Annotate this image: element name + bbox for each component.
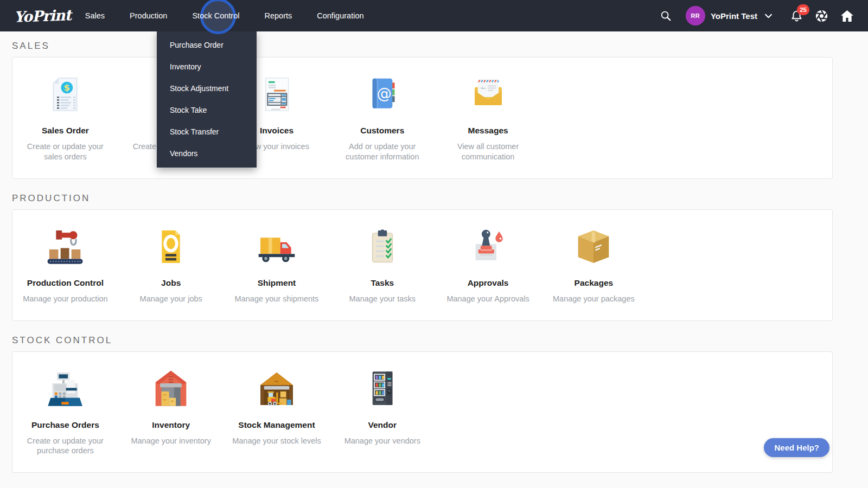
card-customers[interactable]: @CustomersAdd or update your customer in…: [329, 73, 435, 162]
card-description: Manage your tasks: [349, 294, 416, 304]
packages-icon: [567, 225, 620, 268]
chevron-down-icon[interactable]: [765, 11, 772, 21]
card-label: Purchase Orders: [31, 420, 99, 430]
menu-item-vendors[interactable]: Vendors: [157, 143, 257, 164]
section-title: PRODUCTION: [12, 193, 833, 204]
nav-item-configuration[interactable]: Configuration: [317, 6, 363, 25]
stock-control-menu: Purchase OrderInventoryStock AdjustmentS…: [157, 31, 257, 168]
card-description: Manage your inventory: [131, 436, 211, 446]
card-packages[interactable]: PackagesManage your packages: [541, 225, 647, 304]
jobs-icon: [145, 225, 197, 268]
card-description: Create or update your sales orders: [20, 142, 110, 162]
nav-item-sales[interactable]: Sales: [85, 6, 105, 25]
section-panel: Production ControlManage your production…: [12, 209, 833, 321]
customers-icon: @: [356, 73, 409, 116]
yoprint-logo[interactable]: YoPrint: [14, 7, 71, 25]
main-content: SALES$Sales OrderCreate or update your s…: [12, 41, 833, 488]
card-description: Create or update your purchase orders: [20, 436, 110, 457]
card-label: Messages: [468, 126, 508, 136]
card-label: Vendor: [368, 420, 397, 430]
section-stock-control: STOCK CONTROLPurchase OrdersCreate or up…: [12, 335, 833, 473]
card-label: Tasks: [371, 278, 394, 288]
card-shipment[interactable]: ShipmentManage your shipments: [224, 225, 330, 304]
stock-management-icon: [251, 367, 303, 410]
card-description: Manage your production: [23, 294, 107, 304]
menu-item-inventory[interactable]: Inventory: [157, 56, 257, 78]
invoices-icon: [251, 73, 303, 116]
card-description: Manage your vendors: [344, 436, 420, 446]
section-panel: Purchase OrdersCreate or update your pur…: [12, 351, 833, 473]
card-purchase-orders[interactable]: Purchase OrdersCreate or update your pur…: [12, 367, 118, 457]
svg-text:@: @: [376, 85, 392, 102]
navbar-right: RR YoPrint Test 25: [660, 6, 854, 25]
home-icon[interactable]: [840, 10, 854, 22]
card-production-control[interactable]: Production ControlManage your production: [12, 225, 118, 304]
inventory-icon: [145, 367, 197, 410]
card-inventory[interactable]: InventoryManage your inventory: [118, 367, 224, 457]
messages-icon: [462, 73, 514, 116]
card-label: Invoices: [260, 126, 293, 136]
card-description: Manage your packages: [553, 294, 635, 304]
search-icon[interactable]: [660, 10, 672, 22]
approvals-icon: [462, 225, 514, 268]
card-label: Approvals: [468, 278, 509, 288]
card-description: Manage your jobs: [140, 294, 202, 304]
user-menu[interactable]: RR YoPrint Test: [686, 6, 772, 25]
user-name: YoPrint Test: [711, 11, 757, 21]
card-label: Jobs: [161, 278, 181, 288]
avatar[interactable]: RR: [686, 6, 705, 25]
nav-items: SalesProductionStock ControlReportsConfi…: [85, 6, 389, 25]
section-production: PRODUCTIONProduction ControlManage your …: [12, 193, 833, 321]
section-sales: SALES$Sales OrderCreate or update your s…: [12, 41, 833, 179]
menu-item-stock-adjustment[interactable]: Stock Adjustment: [157, 78, 257, 99]
purchase-orders-icon: [39, 367, 91, 410]
card-label: Sales Order: [42, 126, 89, 136]
card-label: Production Control: [27, 278, 104, 288]
card-stock-management[interactable]: Stock ManagementManage your stock levels: [224, 367, 330, 457]
aperture-icon[interactable]: [815, 9, 828, 23]
svg-text:$: $: [64, 82, 71, 93]
notification-badge: 25: [797, 4, 809, 15]
card-label: Packages: [575, 278, 614, 288]
vendor-icon: [356, 367, 409, 410]
card-sales-order[interactable]: $Sales OrderCreate or update your sales …: [12, 73, 118, 162]
sales-order-icon: $: [39, 73, 91, 116]
top-navbar: YoPrint SalesProductionStock ControlRepo…: [0, 0, 868, 31]
card-description: Add or update your customer information: [337, 142, 427, 162]
nav-item-stock-control[interactable]: Stock Control: [192, 6, 239, 25]
section-title: SALES: [12, 41, 833, 52]
card-messages[interactable]: MessagesView all customer communication: [435, 73, 541, 162]
notifications-bell-icon[interactable]: 25: [790, 9, 803, 23]
nav-item-reports[interactable]: Reports: [264, 6, 292, 25]
card-approvals[interactable]: ApprovalsManage your Approvals: [435, 225, 541, 304]
card-description: Manage your Approvals: [446, 294, 529, 304]
production-control-icon: [39, 225, 91, 268]
need-help-button[interactable]: Need Help?: [764, 438, 829, 457]
tasks-icon: [356, 225, 409, 268]
card-description: Manage your stock levels: [232, 436, 321, 446]
menu-item-stock-take[interactable]: Stock Take: [157, 99, 257, 121]
card-vendor[interactable]: VendorManage your vendors: [329, 367, 435, 457]
section-title: STOCK CONTROL: [12, 335, 833, 346]
card-label: Inventory: [152, 420, 190, 430]
card-jobs[interactable]: JobsManage your jobs: [118, 225, 224, 304]
nav-item-production[interactable]: Production: [130, 6, 167, 25]
section-panel: $Sales OrderCreate or update your sales …: [12, 57, 833, 179]
card-tasks[interactable]: TasksManage your tasks: [329, 225, 435, 304]
card-description: View all customer communication: [443, 142, 533, 162]
card-label: Stock Management: [238, 420, 315, 430]
shipment-icon: [251, 225, 303, 268]
menu-item-purchase-order[interactable]: Purchase Order: [157, 34, 257, 56]
menu-item-stock-transfer[interactable]: Stock Transfer: [157, 121, 257, 143]
card-label: Shipment: [258, 278, 296, 288]
card-label: Customers: [360, 126, 404, 136]
card-description: Manage your shipments: [235, 294, 319, 304]
